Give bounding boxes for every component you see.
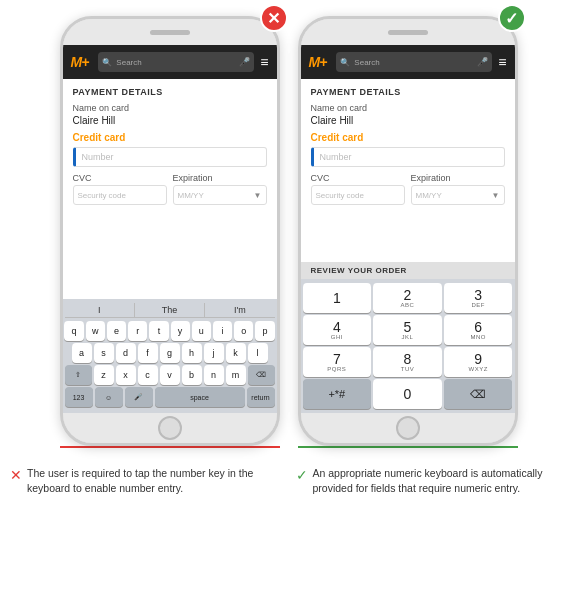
keyboard-key[interactable]: u <box>192 321 211 341</box>
expiry-input[interactable]: MM/YY ▼ <box>173 185 267 205</box>
numeric-key-sub: DEF <box>471 302 485 308</box>
keyboard-suggestion[interactable]: The <box>135 303 205 317</box>
keyboard-suggestion[interactable]: I <box>65 303 135 317</box>
numeric-key[interactable]: ⌫ <box>444 379 513 409</box>
search-bar[interactable]: 🔍 Search 🎤 <box>98 52 254 72</box>
keyboard-key[interactable]: space <box>155 387 245 407</box>
numeric-key-sub: PQRS <box>327 366 346 372</box>
caption-block: ✕The user is required to tap the number … <box>10 466 282 600</box>
numeric-key-sub: MNO <box>470 334 486 340</box>
keyboard-key[interactable]: r <box>128 321 147 341</box>
section-title: PAYMENT DETAILS <box>311 87 505 97</box>
expiry-placeholder: MM/YY <box>416 191 442 200</box>
cvc-input[interactable]: Security code <box>73 185 167 205</box>
keyboard-key[interactable]: 🎤 <box>125 387 153 407</box>
keyboard-key[interactable]: c <box>138 365 158 385</box>
numeric-key[interactable]: 0 <box>373 379 442 409</box>
keyboard-row: ⇧zxcvbnm⌫ <box>65 365 275 385</box>
numeric-key-main: 8 <box>404 352 412 366</box>
keyboard-key[interactable]: s <box>94 343 114 363</box>
keyboard-key[interactable]: ☺ <box>95 387 123 407</box>
numeric-key-main: 4 <box>333 320 341 334</box>
numeric-key-main: 2 <box>404 288 412 302</box>
search-bar[interactable]: 🔍 Search 🎤 <box>336 52 492 72</box>
keyboard-key[interactable]: l <box>248 343 268 363</box>
keyboard-key[interactable]: a <box>72 343 92 363</box>
menu-icon[interactable]: ≡ <box>498 54 506 70</box>
keyboard-key[interactable]: 123 <box>65 387 93 407</box>
keyboard-key[interactable]: o <box>234 321 253 341</box>
keyboard-key[interactable]: v <box>160 365 180 385</box>
phone-good: ✓ M+ 🔍 Search 🎤 ≡ PAYMENT DETAILS Name o… <box>298 16 518 452</box>
cvc-expiry-row: CVC Security code Expiration MM/YY ▼ <box>73 173 267 205</box>
expiry-input[interactable]: MM/YY ▼ <box>411 185 505 205</box>
keyboard-row: qwertyuiop <box>65 321 275 341</box>
menu-icon[interactable]: ≡ <box>260 54 268 70</box>
expiry-chevron: ▼ <box>254 191 262 200</box>
keyboard-key[interactable]: n <box>204 365 224 385</box>
keyboard-key[interactable]: return <box>247 387 275 407</box>
cvc-label: CVC <box>311 173 405 183</box>
keyboard-key[interactable]: f <box>138 343 158 363</box>
number-input[interactable]: Number <box>311 147 505 167</box>
keyboard-key[interactable]: z <box>94 365 114 385</box>
credit-card-label: Credit card <box>73 132 267 143</box>
app-logo: M+ <box>71 54 89 70</box>
cvc-input[interactable]: Security code <box>311 185 405 205</box>
keyboard-key[interactable]: x <box>116 365 136 385</box>
name-value: Claire Hill <box>73 115 267 126</box>
phone-bad: ✕ M+ 🔍 Search 🎤 ≡ PAYMENT DETAILS Name o… <box>60 16 280 452</box>
keyboard-key[interactable]: y <box>171 321 190 341</box>
numeric-key[interactable]: +*# <box>303 379 372 409</box>
numeric-key-sub: JKL <box>402 334 414 340</box>
name-value: Claire Hill <box>311 115 505 126</box>
numeric-key-sub: ABC <box>401 302 415 308</box>
keyboard-row: asdfghjkl <box>65 343 275 363</box>
numeric-grid: 12ABC3DEF4GHI5JKL6MNO7PQRS8TUV9WXYZ+*#0⌫ <box>303 283 513 409</box>
keyboard-key[interactable]: ⇧ <box>65 365 92 385</box>
keyboard-key[interactable]: b <box>182 365 202 385</box>
numeric-key[interactable]: 1 <box>303 283 372 313</box>
cvc-col: CVC Security code <box>311 173 405 205</box>
numeric-key[interactable]: 5JKL <box>373 315 442 345</box>
keyboard-key[interactable]: q <box>64 321 83 341</box>
number-input[interactable]: Number <box>73 147 267 167</box>
phone-frame-good: M+ 🔍 Search 🎤 ≡ PAYMENT DETAILS Name on … <box>298 16 518 446</box>
section-title: PAYMENT DETAILS <box>73 87 267 97</box>
keyboard-key[interactable]: i <box>213 321 232 341</box>
numeric-key[interactable]: 2ABC <box>373 283 442 313</box>
indicator-bad: ✕ <box>260 4 288 32</box>
keyboard-key[interactable]: w <box>86 321 105 341</box>
keyboard-key[interactable]: ⌫ <box>248 365 275 385</box>
phone-bottom <box>301 413 515 443</box>
keyboard-key[interactable]: t <box>149 321 168 341</box>
keyboard-qwerty[interactable]: ITheI'mqwertyuiopasdfghjkl⇧zxcvbnm⌫123☺🎤… <box>63 299 277 413</box>
caption-text: The user is required to tap the number k… <box>27 466 282 495</box>
numeric-key[interactable]: 8TUV <box>373 347 442 377</box>
numeric-key-main: 1 <box>333 291 341 305</box>
numeric-key[interactable]: 3DEF <box>444 283 513 313</box>
numeric-key-sub: WXYZ <box>468 366 487 372</box>
keyboard-numeric[interactable]: 12ABC3DEF4GHI5JKL6MNO7PQRS8TUV9WXYZ+*#0⌫ <box>301 279 515 413</box>
keyboard-key[interactable]: k <box>226 343 246 363</box>
numeric-key[interactable]: 6MNO <box>444 315 513 345</box>
numeric-key[interactable]: 7PQRS <box>303 347 372 377</box>
review-bar: REVIEW YOUR ORDER <box>301 262 515 279</box>
speaker <box>388 30 428 35</box>
keyboard-key[interactable]: h <box>182 343 202 363</box>
numeric-key[interactable]: 4GHI <box>303 315 372 345</box>
keyboard-key[interactable]: j <box>204 343 224 363</box>
keyboard-key[interactable]: d <box>116 343 136 363</box>
keyboard-key[interactable]: e <box>107 321 126 341</box>
expiry-chevron: ▼ <box>492 191 500 200</box>
keyboard-suggestion[interactable]: I'm <box>205 303 274 317</box>
keyboard-key[interactable]: m <box>226 365 246 385</box>
speaker <box>150 30 190 35</box>
phone-bottom <box>63 413 277 443</box>
home-button[interactable] <box>396 416 420 440</box>
keyboard-key[interactable]: p <box>255 321 274 341</box>
home-button[interactable] <box>158 416 182 440</box>
numeric-key-main: 7 <box>333 352 341 366</box>
keyboard-key[interactable]: g <box>160 343 180 363</box>
numeric-key[interactable]: 9WXYZ <box>444 347 513 377</box>
